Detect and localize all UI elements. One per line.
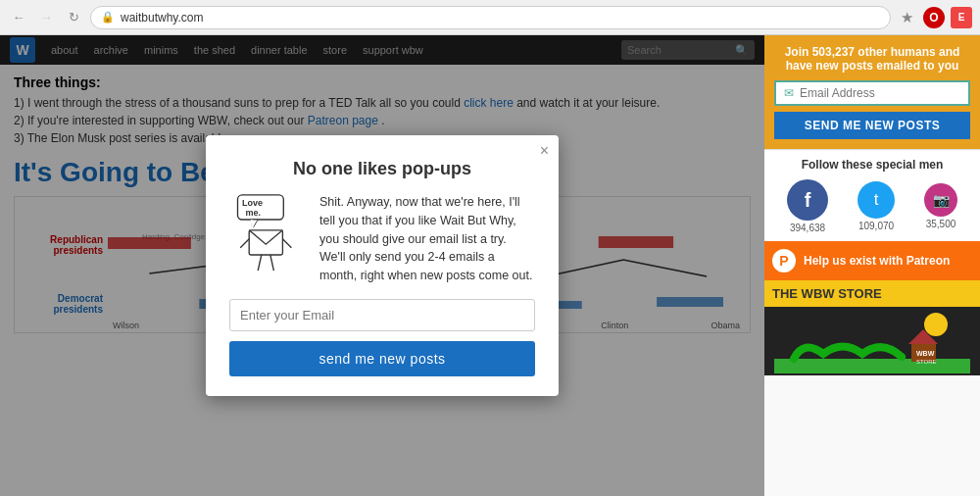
modal-body: Love me. Shit. An	[229, 193, 535, 285]
svg-text:STORE: STORE	[916, 359, 937, 365]
modal-title: No one likes pop-ups	[229, 159, 535, 179]
modal-overlay: × No one likes pop-ups Love me.	[0, 35, 764, 496]
sidebar: Join 503,237 other humans and have new p…	[764, 35, 980, 496]
twitter-icon[interactable]: t	[858, 181, 895, 219]
store-art-svg: WBW STORE	[774, 310, 970, 373]
facebook-count: 394,638	[790, 223, 825, 233]
forward-button[interactable]: →	[35, 7, 57, 28]
character-svg: Love me.	[229, 193, 308, 281]
patreon-text: Help us exist with Patreon	[804, 254, 950, 268]
facebook-item: f 394,638	[787, 179, 828, 233]
close-button[interactable]: ×	[540, 143, 549, 159]
twitter-count: 109,070	[858, 221, 894, 231]
lock-icon: 🔒	[101, 11, 115, 24]
refresh-button[interactable]: ↻	[63, 7, 84, 28]
sidebar-email-input[interactable]	[800, 86, 960, 100]
twitter-item: t 109,070	[858, 181, 895, 231]
sidebar-email-field[interactable]: ✉	[774, 80, 970, 106]
popup-modal: × No one likes pop-ups Love me.	[206, 135, 559, 396]
back-button[interactable]: ←	[8, 7, 29, 28]
store-section: THE WBW STORE	[764, 280, 980, 307]
svg-line-14	[240, 239, 249, 248]
email-input[interactable]	[229, 299, 535, 331]
envelope-icon: ✉	[784, 86, 794, 100]
submit-button[interactable]: send me new posts	[229, 341, 535, 376]
opera-icon: O	[923, 7, 945, 28]
svg-line-17	[270, 255, 274, 271]
svg-text:Love: Love	[242, 198, 263, 208]
svg-line-15	[282, 239, 291, 248]
svg-line-16	[258, 255, 262, 271]
browser-extension-icon[interactable]: E	[951, 7, 972, 28]
patreon-icon: P	[772, 249, 796, 273]
url-text: waitbutwhy.com	[121, 11, 203, 25]
address-bar[interactable]: 🔒 waitbutwhy.com	[90, 6, 891, 29]
store-image[interactable]: WBW STORE	[764, 307, 980, 375]
modal-illustration: Love me.	[229, 193, 308, 285]
email-signup-widget: Join 503,237 other humans and have new p…	[764, 35, 980, 149]
svg-rect-19	[774, 359, 970, 373]
browser-chrome: ← → ↻ 🔒 waitbutwhy.com ★ O E	[0, 0, 980, 35]
bookmark-icon[interactable]: ★	[897, 9, 917, 26]
svg-text:WBW: WBW	[916, 350, 935, 357]
svg-text:me.: me.	[246, 209, 262, 219]
patreon-bar[interactable]: P Help us exist with Patreon	[764, 241, 980, 280]
social-section: Follow these special men f 394,638 t 109…	[764, 149, 980, 241]
modal-body-text: Shit. Anyway, now that we're here, I'll …	[319, 193, 535, 285]
signup-text: Join 503,237 other humans and have new p…	[774, 45, 970, 73]
instagram-item: 📷 35,500	[924, 183, 957, 229]
instagram-count: 35,500	[926, 219, 956, 229]
instagram-icon[interactable]: 📷	[924, 183, 957, 217]
svg-point-18	[924, 313, 948, 336]
sidebar-send-button[interactable]: SEND ME NEW POSTS	[774, 112, 970, 139]
main-content: W about archive minims the shed dinner t…	[0, 35, 764, 496]
page-wrapper: W about archive minims the shed dinner t…	[0, 35, 980, 496]
social-icons: f 394,638 t 109,070 📷 35,500	[772, 179, 972, 233]
store-heading: THE WBW STORE	[772, 286, 882, 301]
social-heading: Follow these special men	[772, 158, 972, 172]
facebook-icon[interactable]: f	[787, 179, 828, 221]
